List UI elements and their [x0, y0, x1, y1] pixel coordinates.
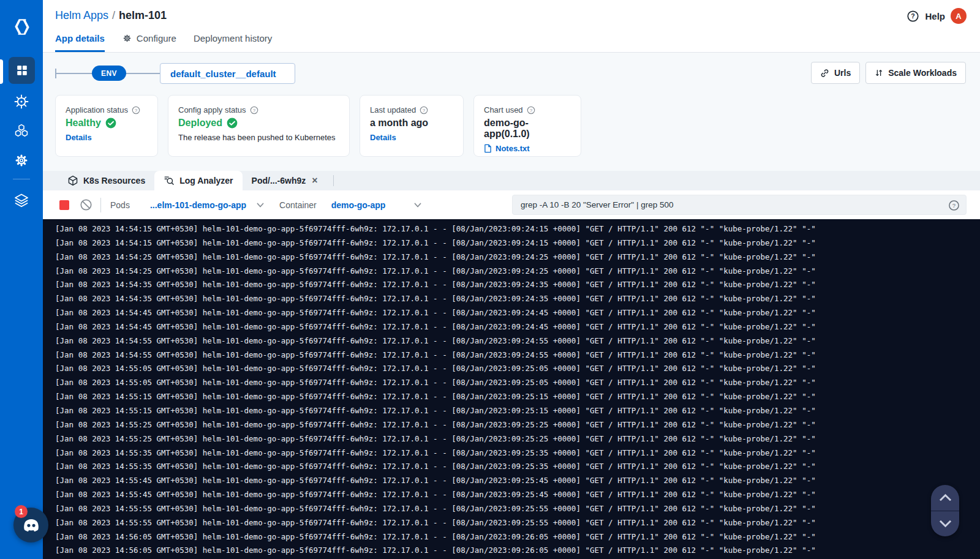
chevron-down-icon [938, 519, 952, 528]
document-icon [484, 144, 492, 153]
log-viewer[interactable]: [Jan 08 2023 14:54:15 GMT+0530] helm-101… [43, 219, 980, 559]
pods-label: Pods [110, 200, 130, 210]
svg-text:?: ? [952, 202, 956, 209]
log-line: [Jan 08 2023 14:55:05 GMT+0530] helm-101… [55, 362, 980, 376]
container-dropdown[interactable]: demo-go-app [331, 200, 386, 210]
scroll-to-bottom-button[interactable] [931, 511, 959, 537]
cube-icon [67, 175, 78, 186]
question-icon[interactable]: ? [527, 106, 535, 114]
discord-icon [21, 517, 41, 533]
log-line: [Jan 08 2023 14:55:45 GMT+0530] helm-101… [55, 488, 980, 502]
discord-notification-badge: 1 [15, 505, 28, 518]
log-line: [Jan 08 2023 14:54:15 GMT+0530] helm-101… [55, 222, 980, 236]
last-updated-details-link[interactable]: Details [370, 133, 453, 142]
svg-text:?: ? [423, 108, 426, 113]
question-icon[interactable]: ? [250, 106, 258, 114]
log-line: [Jan 08 2023 14:55:25 GMT+0530] helm-101… [55, 418, 980, 432]
config-apply-status-card: Config apply status ? Deployed The relea… [168, 95, 350, 157]
tab-configure[interactable]: Configure [122, 33, 176, 52]
tab-deployment-history[interactable]: Deployment history [194, 33, 272, 52]
log-line: [Jan 08 2023 14:54:35 GMT+0530] helm-101… [55, 278, 980, 292]
sidebar-item-global-config[interactable] [13, 152, 30, 169]
scroll-to-top-button[interactable] [931, 485, 959, 511]
log-analyzer-controls: Pods ...elm-101-demo-go-app Container de… [43, 190, 980, 219]
check-circle-icon [227, 118, 238, 129]
environment-selector[interactable]: default_cluster__default [160, 63, 295, 84]
breadcrumb-helm-apps-link[interactable]: Helm Apps [55, 9, 108, 21]
log-line: [Jan 08 2023 14:55:25 GMT+0530] helm-101… [55, 432, 980, 446]
tab-k8s-resources[interactable]: K8s Resources [58, 171, 154, 190]
scale-workloads-button[interactable]: Scale Workloads [865, 62, 966, 84]
chevron-down-icon[interactable] [256, 201, 265, 209]
config-apply-status-message: The release has been pushed to Kubernete… [178, 133, 339, 142]
sidebar-active-indicator [0, 59, 3, 84]
help-label[interactable]: Help [925, 11, 945, 21]
avatar[interactable]: A [951, 8, 967, 24]
chevron-down-icon[interactable] [413, 201, 422, 209]
close-icon[interactable]: × [312, 176, 317, 186]
log-line: [Jan 08 2023 14:54:55 GMT+0530] helm-101… [55, 334, 980, 348]
svg-text:?: ? [529, 108, 532, 113]
log-line: [Jan 08 2023 14:54:35 GMT+0530] helm-101… [55, 292, 980, 306]
clear-logs-icon[interactable] [80, 198, 92, 211]
status-cards: Application status ? Healthy Details Con… [55, 95, 980, 157]
log-search-icon [164, 175, 175, 186]
sidebar-item-resource-browser[interactable] [13, 122, 30, 140]
stack-layers-icon [13, 192, 30, 209]
log-line: [Jan 08 2023 14:54:25 GMT+0530] helm-101… [55, 264, 980, 279]
apps-grid-icon [15, 64, 29, 77]
log-line: [Jan 08 2023 14:55:35 GMT+0530] helm-101… [55, 460, 980, 474]
sidebar [0, 0, 43, 559]
application-status-details-link[interactable]: Details [66, 133, 148, 142]
log-line: [Jan 08 2023 14:55:45 GMT+0530] helm-101… [55, 474, 980, 488]
page-header: Helm Apps/helm-101 ? Help A App details [43, 0, 980, 53]
log-line: [Jan 08 2023 14:55:55 GMT+0530] helm-101… [55, 516, 980, 530]
help-icon[interactable]: ? [907, 10, 919, 23]
sidebar-item-chart-store[interactable] [13, 93, 30, 110]
devtron-logo[interactable] [12, 17, 32, 37]
link-icon [820, 69, 829, 78]
urls-button[interactable]: Urls [811, 62, 860, 84]
log-line: [Jan 08 2023 14:55:15 GMT+0530] helm-101… [55, 390, 980, 404]
sidebar-divider [13, 179, 30, 179]
notes-txt-link[interactable]: Notes.txt [484, 144, 571, 153]
pods-dropdown[interactable]: ...elm-101-demo-go-app [150, 200, 246, 210]
sidebar-item-stack-manager[interactable] [13, 192, 30, 209]
breadcrumb: Helm Apps/helm-101 [55, 9, 167, 22]
breadcrumb-separator: / [112, 9, 115, 21]
gear-icon [122, 33, 132, 43]
tab-log-analyzer[interactable]: Log Analyzer [154, 171, 242, 190]
breadcrumb-current-app: helm-101 [119, 9, 167, 21]
grep-help-icon[interactable]: ? [948, 200, 960, 211]
env-badge: ENV [92, 66, 126, 81]
workspace-tabs: K8s Resources Log Analyzer Pod/...-6wh9z… [43, 171, 980, 190]
grep-filter-box: ? [512, 195, 967, 215]
chart-used-card: Chart used ? demo-go-app(0.1.0) Notes.tx… [473, 95, 581, 157]
main-area: Helm Apps/helm-101 ? Help A App details [43, 0, 980, 559]
log-line: [Jan 08 2023 14:54:45 GMT+0530] helm-101… [55, 306, 980, 320]
question-icon[interactable]: ? [132, 106, 140, 114]
log-line: [Jan 08 2023 14:54:55 GMT+0530] helm-101… [55, 348, 980, 362]
tab-pod-6wh9z[interactable]: Pod/...-6wh9z × [243, 171, 327, 190]
grep-filter-input[interactable] [513, 195, 966, 214]
svg-text:?: ? [911, 12, 915, 20]
log-line: [Jan 08 2023 14:54:45 GMT+0530] helm-101… [55, 320, 980, 334]
environment-row: ENV default_cluster__default Urls [43, 53, 980, 91]
app-header-tabs: App details Configure Deployment history [55, 33, 272, 52]
svg-text:?: ? [135, 108, 138, 113]
log-line: [Jan 08 2023 14:56:05 GMT+0530] helm-101… [55, 530, 980, 544]
svg-text:?: ? [252, 108, 255, 113]
tab-app-details[interactable]: App details [55, 33, 105, 52]
log-line: [Jan 08 2023 14:55:55 GMT+0530] helm-101… [55, 502, 980, 516]
stop-logs-button[interactable] [59, 200, 69, 210]
controls-divider [100, 198, 101, 212]
log-line: [Jan 08 2023 14:55:35 GMT+0530] helm-101… [55, 446, 980, 460]
log-line: [Jan 08 2023 14:55:05 GMT+0530] helm-101… [55, 376, 980, 390]
log-line: [Jan 08 2023 14:54:15 GMT+0530] helm-101… [55, 236, 980, 250]
log-line: [Jan 08 2023 14:55:15 GMT+0530] helm-101… [55, 404, 980, 418]
sidebar-item-applications[interactable] [9, 57, 35, 84]
gear-icon [13, 152, 30, 169]
question-icon[interactable]: ? [420, 106, 428, 114]
log-scroll-control [931, 485, 959, 536]
check-circle-icon [105, 118, 116, 129]
